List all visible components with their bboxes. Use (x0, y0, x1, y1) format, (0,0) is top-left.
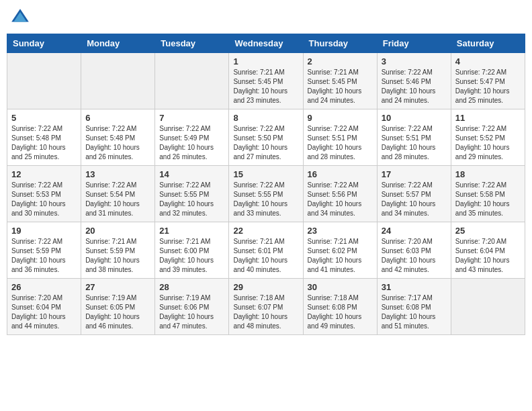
calendar-cell: 22Sunrise: 7:21 AM Sunset: 6:01 PM Dayli… (229, 222, 303, 279)
day-info: Sunrise: 7:22 AM Sunset: 5:55 PM Dayligh… (159, 181, 224, 218)
day-number: 10 (382, 113, 447, 123)
calendar-cell: 8Sunrise: 7:22 AM Sunset: 5:50 PM Daylig… (229, 109, 303, 166)
day-number: 26 (11, 282, 77, 292)
day-number: 31 (382, 282, 447, 292)
day-number: 24 (382, 226, 447, 236)
day-number: 2 (308, 56, 373, 66)
day-info: Sunrise: 7:22 AM Sunset: 5:55 PM Dayligh… (233, 181, 298, 218)
day-number: 25 (455, 226, 521, 236)
day-info: Sunrise: 7:22 AM Sunset: 5:51 PM Dayligh… (308, 124, 373, 162)
calendar-cell: 31Sunrise: 7:17 AM Sunset: 6:08 PM Dayli… (377, 279, 451, 335)
day-header-monday: Monday (81, 34, 155, 53)
calendar-cell: 30Sunrise: 7:18 AM Sunset: 6:08 PM Dayli… (303, 279, 377, 335)
calendar-cell: 7Sunrise: 7:22 AM Sunset: 5:49 PM Daylig… (155, 109, 229, 166)
week-row-4: 19Sunrise: 7:22 AM Sunset: 5:59 PM Dayli… (7, 222, 525, 279)
calendar-cell: 27Sunrise: 7:19 AM Sunset: 6:05 PM Dayli… (81, 279, 155, 335)
day-number: 7 (159, 113, 224, 123)
day-number: 17 (382, 169, 447, 179)
page-header (7, 7, 525, 28)
day-info: Sunrise: 7:22 AM Sunset: 5:57 PM Dayligh… (382, 181, 447, 218)
day-info: Sunrise: 7:22 AM Sunset: 5:59 PM Dayligh… (11, 237, 77, 275)
day-number: 14 (159, 169, 224, 179)
day-number: 21 (159, 226, 224, 236)
day-info: Sunrise: 7:22 AM Sunset: 5:54 PM Dayligh… (85, 181, 150, 218)
day-number: 29 (233, 282, 298, 292)
day-number: 8 (233, 113, 298, 123)
day-number: 22 (233, 226, 298, 236)
day-number: 12 (11, 169, 77, 179)
calendar-cell: 6Sunrise: 7:22 AM Sunset: 5:48 PM Daylig… (81, 109, 155, 166)
calendar-cell: 15Sunrise: 7:22 AM Sunset: 5:55 PM Dayli… (229, 166, 303, 222)
day-number: 19 (11, 226, 77, 236)
calendar-cell: 17Sunrise: 7:22 AM Sunset: 5:57 PM Dayli… (377, 166, 451, 222)
calendar-cell: 2Sunrise: 7:21 AM Sunset: 5:45 PM Daylig… (303, 53, 377, 109)
day-number: 28 (159, 282, 224, 292)
week-row-3: 12Sunrise: 7:22 AM Sunset: 5:53 PM Dayli… (7, 166, 525, 222)
calendar-cell: 14Sunrise: 7:22 AM Sunset: 5:55 PM Dayli… (155, 166, 229, 222)
days-header-row: SundayMondayTuesdayWednesdayThursdayFrid… (7, 34, 525, 53)
day-info: Sunrise: 7:21 AM Sunset: 6:02 PM Dayligh… (308, 237, 373, 275)
calendar-cell: 28Sunrise: 7:19 AM Sunset: 6:06 PM Dayli… (155, 279, 229, 335)
calendar-cell: 9Sunrise: 7:22 AM Sunset: 5:51 PM Daylig… (303, 109, 377, 166)
calendar-cell: 21Sunrise: 7:21 AM Sunset: 6:00 PM Dayli… (155, 222, 229, 279)
calendar-cell: 11Sunrise: 7:22 AM Sunset: 5:52 PM Dayli… (451, 109, 525, 166)
day-info: Sunrise: 7:21 AM Sunset: 5:59 PM Dayligh… (85, 237, 150, 275)
day-number: 6 (85, 113, 150, 123)
day-number: 13 (85, 169, 150, 179)
calendar-cell: 5Sunrise: 7:22 AM Sunset: 5:48 PM Daylig… (7, 109, 81, 166)
day-info: Sunrise: 7:20 AM Sunset: 6:04 PM Dayligh… (11, 293, 77, 331)
day-number: 9 (308, 113, 373, 123)
day-info: Sunrise: 7:21 AM Sunset: 6:01 PM Dayligh… (233, 237, 298, 275)
day-info: Sunrise: 7:22 AM Sunset: 5:53 PM Dayligh… (11, 181, 77, 218)
day-info: Sunrise: 7:22 AM Sunset: 5:52 PM Dayligh… (455, 124, 521, 162)
day-info: Sunrise: 7:17 AM Sunset: 6:08 PM Dayligh… (382, 293, 447, 331)
week-row-2: 5Sunrise: 7:22 AM Sunset: 5:48 PM Daylig… (7, 109, 525, 166)
day-info: Sunrise: 7:22 AM Sunset: 5:51 PM Dayligh… (382, 124, 447, 162)
calendar-cell: 13Sunrise: 7:22 AM Sunset: 5:54 PM Dayli… (81, 166, 155, 222)
week-row-1: 1Sunrise: 7:21 AM Sunset: 5:45 PM Daylig… (7, 53, 525, 109)
day-header-wednesday: Wednesday (229, 34, 303, 53)
day-number: 5 (11, 113, 77, 123)
day-info: Sunrise: 7:22 AM Sunset: 5:56 PM Dayligh… (308, 181, 373, 218)
calendar-cell: 4Sunrise: 7:22 AM Sunset: 5:47 PM Daylig… (451, 53, 525, 109)
day-info: Sunrise: 7:21 AM Sunset: 5:45 PM Dayligh… (308, 68, 373, 105)
calendar-cell (155, 53, 229, 109)
day-number: 16 (308, 169, 373, 179)
calendar-cell (81, 53, 155, 109)
day-info: Sunrise: 7:22 AM Sunset: 5:46 PM Dayligh… (382, 68, 447, 105)
day-number: 1 (233, 56, 298, 66)
calendar-table: SundayMondayTuesdayWednesdayThursdayFrid… (7, 34, 525, 335)
day-info: Sunrise: 7:21 AM Sunset: 6:00 PM Dayligh… (159, 237, 224, 275)
day-number: 11 (455, 113, 521, 123)
day-number: 20 (85, 226, 150, 236)
day-info: Sunrise: 7:18 AM Sunset: 6:07 PM Dayligh… (233, 293, 298, 331)
day-header-sunday: Sunday (7, 34, 81, 53)
day-info: Sunrise: 7:22 AM Sunset: 5:47 PM Dayligh… (455, 68, 521, 105)
calendar-cell (451, 279, 525, 335)
day-number: 27 (85, 282, 150, 292)
day-number: 15 (233, 169, 298, 179)
day-number: 23 (308, 226, 373, 236)
day-header-tuesday: Tuesday (155, 34, 229, 53)
calendar-cell: 25Sunrise: 7:20 AM Sunset: 6:04 PM Dayli… (451, 222, 525, 279)
day-info: Sunrise: 7:21 AM Sunset: 5:45 PM Dayligh… (233, 68, 298, 105)
calendar-cell: 24Sunrise: 7:20 AM Sunset: 6:03 PM Dayli… (377, 222, 451, 279)
day-info: Sunrise: 7:20 AM Sunset: 6:04 PM Dayligh… (455, 237, 521, 275)
day-info: Sunrise: 7:18 AM Sunset: 6:08 PM Dayligh… (308, 293, 373, 331)
calendar-cell: 29Sunrise: 7:18 AM Sunset: 6:07 PM Dayli… (229, 279, 303, 335)
calendar-cell: 10Sunrise: 7:22 AM Sunset: 5:51 PM Dayli… (377, 109, 451, 166)
calendar-cell: 16Sunrise: 7:22 AM Sunset: 5:56 PM Dayli… (303, 166, 377, 222)
day-info: Sunrise: 7:22 AM Sunset: 5:50 PM Dayligh… (233, 124, 298, 162)
day-info: Sunrise: 7:22 AM Sunset: 5:48 PM Dayligh… (85, 124, 150, 162)
day-info: Sunrise: 7:22 AM Sunset: 5:49 PM Dayligh… (159, 124, 224, 162)
day-info: Sunrise: 7:22 AM Sunset: 5:48 PM Dayligh… (11, 124, 77, 162)
day-info: Sunrise: 7:19 AM Sunset: 6:05 PM Dayligh… (85, 293, 150, 331)
day-info: Sunrise: 7:22 AM Sunset: 5:58 PM Dayligh… (455, 181, 521, 218)
day-number: 18 (455, 169, 521, 179)
day-header-friday: Friday (377, 34, 451, 53)
day-number: 3 (382, 56, 447, 66)
calendar-cell: 23Sunrise: 7:21 AM Sunset: 6:02 PM Dayli… (303, 222, 377, 279)
calendar-cell: 26Sunrise: 7:20 AM Sunset: 6:04 PM Dayli… (7, 279, 81, 335)
calendar-cell: 12Sunrise: 7:22 AM Sunset: 5:53 PM Dayli… (7, 166, 81, 222)
day-number: 4 (455, 56, 521, 66)
